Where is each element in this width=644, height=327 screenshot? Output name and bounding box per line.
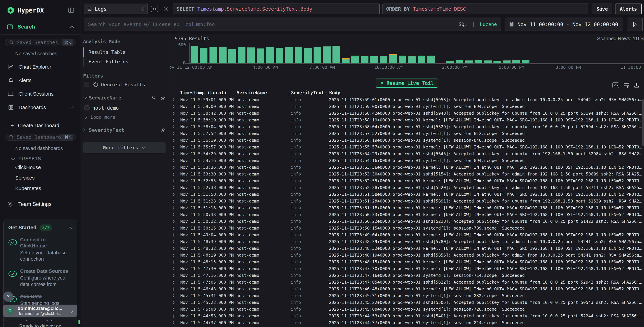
- source-select[interactable]: Logs: [84, 4, 148, 14]
- row-expand-icon[interactable]: ❯: [170, 280, 178, 284]
- table-row[interactable]: ❯Nov 11 5:54:29.000 PMhost-demoinfo2025-…: [170, 150, 644, 157]
- user-profile-chip[interactable]: D dominic.tran@clic... dominic.tran@clic…: [4, 305, 77, 317]
- col-severitytext[interactable]: SeverityText: [288, 90, 326, 95]
- facet-severitytext[interactable]: SeverityText: [83, 127, 166, 133]
- table-row[interactable]: ❯Nov 11 5:46:48.000 PMhost-demoinfo2025-…: [170, 286, 644, 292]
- sidebar-item-dashboards[interactable]: Dashboards: [0, 101, 80, 114]
- orderby-input[interactable]: ORDER BY TimestampTime DESC: [382, 4, 589, 14]
- row-expand-icon[interactable]: ❯: [170, 185, 178, 190]
- denoise-checkbox[interactable]: [84, 82, 89, 87]
- table-row[interactable]: ❯Nov 11 5:57:52.000 PMhost-demoinfo2025-…: [170, 130, 644, 137]
- table-row[interactable]: ❯Nov 11 5:51:18.000 PMhost-demoinfo2025-…: [170, 204, 644, 211]
- help-button[interactable]: ?: [3, 292, 13, 302]
- table-row[interactable]: ❯Nov 11 5:47:05.000 PMhost-demoinfo2025-…: [170, 279, 644, 286]
- table-row[interactable]: ❯Nov 11 5:52:55.000 PMhost-demoinfo2025-…: [170, 177, 644, 184]
- code-view-button[interactable]: <>: [150, 5, 159, 13]
- table-row[interactable]: ❯Nov 11 5:48:15.000 PMhost-demoinfo2025-…: [170, 258, 644, 265]
- table-row[interactable]: ❯Nov 11 5:55:57.000 PMhost-demoinfo2025-…: [170, 144, 644, 150]
- histogram-bar[interactable]: [342, 60, 350, 63]
- row-expand-icon[interactable]: ❯: [170, 307, 178, 312]
- histogram-bar[interactable]: [418, 56, 426, 63]
- table-row[interactable]: ❯Nov 11 5:53:30.000 PMhost-demoinfo2025-…: [170, 170, 644, 177]
- run-query-button[interactable]: [627, 18, 643, 31]
- table-row[interactable]: ❯Nov 11 5:47:16.000 PMhost-demoinfo2025-…: [170, 272, 644, 279]
- get-started-step[interactable]: Create Data SourcesConfigure where your …: [8, 268, 72, 288]
- row-expand-icon[interactable]: ❯: [170, 118, 178, 122]
- sidebar-collapse-icon[interactable]: [68, 7, 74, 14]
- table-row[interactable]: ❯Nov 11 5:59:00.000 PMhost-demoinfo2025-…: [170, 103, 644, 110]
- row-expand-icon[interactable]: ❯: [170, 253, 178, 258]
- histogram-bar[interactable]: [361, 56, 368, 63]
- denoise-results-option[interactable]: Denoise Results: [84, 82, 166, 88]
- table-row[interactable]: ❯Nov 11 5:49:04.000 PMhost-demoinfo2025-…: [170, 232, 644, 238]
- lucene-toggle[interactable]: Lucene: [480, 22, 497, 27]
- histogram-bar[interactable]: [285, 47, 293, 63]
- pin-icon[interactable]: [160, 95, 166, 100]
- facet-value-host-demo[interactable]: host-demo: [84, 105, 166, 111]
- row-expand-icon[interactable]: ❯: [170, 104, 178, 109]
- table-row[interactable]: ❯Nov 11 5:50:22.000 PMhost-demoinfo2025-…: [170, 218, 644, 225]
- row-expand-icon[interactable]: ❯: [170, 172, 178, 176]
- table-row[interactable]: ❯Nov 11 5:58:04.000 PMhost-demoinfo2025-…: [170, 123, 644, 130]
- deploy-banner[interactable]: Ready to deploy on: [4, 320, 77, 327]
- row-expand-icon[interactable]: ❯: [170, 266, 178, 271]
- histogram-bar[interactable]: [456, 60, 463, 63]
- table-row[interactable]: ❯Nov 11 5:52:38.000 PMhost-demoinfo2025-…: [170, 184, 644, 191]
- histogram-bar[interactable]: [408, 56, 416, 63]
- saved-searches-input[interactable]: Saved Searches ⌘K: [5, 39, 76, 46]
- row-expand-icon[interactable]: ❯: [170, 226, 178, 230]
- host-demo-checkbox[interactable]: [84, 106, 90, 110]
- histogram-bar[interactable]: [219, 47, 226, 63]
- resume-live-tail-button[interactable]: Resume Live Tail: [376, 78, 438, 88]
- histogram-bar[interactable]: [247, 48, 255, 63]
- table-row[interactable]: ❯Nov 11 5:59:01.000 PMhost-demoinfo2025-…: [170, 96, 644, 103]
- histogram-bar[interactable]: [465, 60, 473, 63]
- row-expand-icon[interactable]: ❯: [170, 239, 178, 244]
- preset-clickhouse[interactable]: ClickHouse: [0, 162, 80, 172]
- col-timestamp[interactable]: Timestamp (Local): [178, 90, 234, 95]
- histogram-bar[interactable]: [389, 56, 397, 63]
- histogram-bar[interactable]: [370, 56, 378, 63]
- table-row[interactable]: ❯Nov 11 5:54:16.000 PMhost-demoinfo2025-…: [170, 157, 644, 164]
- more-filters-button[interactable]: More filters: [83, 142, 166, 153]
- table-row[interactable]: ❯Nov 11 5:44:53.000 PMhost-demoinfo2025-…: [170, 312, 644, 319]
- histogram-bar[interactable]: [266, 47, 274, 63]
- histogram-bar[interactable]: [314, 47, 321, 63]
- histogram-bar[interactable]: [484, 60, 492, 63]
- table-row[interactable]: ❯Nov 11 5:44:37.000 PMhost-demoinfo2025-…: [170, 319, 644, 326]
- row-expand-icon[interactable]: ❯: [170, 151, 178, 156]
- events-histogram[interactable]: 600 0 Nov 11 12:00:00 AM4:00:00 AM7:00:0…: [175, 43, 644, 70]
- row-expand-icon[interactable]: ❯: [170, 199, 178, 203]
- row-expand-icon[interactable]: ❯: [170, 124, 178, 129]
- table-scrollbar[interactable]: [642, 99, 644, 146]
- histogram-bar[interactable]: [257, 48, 264, 63]
- table-row[interactable]: ❯Nov 11 5:50:33.000 PMhost-demoinfo2025-…: [170, 211, 644, 218]
- table-row[interactable]: ❯Nov 11 5:45:31.000 PMhost-demoinfo2025-…: [170, 292, 644, 299]
- row-expand-icon[interactable]: ❯: [170, 206, 178, 210]
- table-row[interactable]: ❯Nov 11 5:48:39.000 PMhost-demoinfo2025-…: [170, 238, 644, 245]
- histogram-bar[interactable]: [503, 60, 510, 63]
- histogram-bar[interactable]: [238, 47, 246, 63]
- row-expand-icon[interactable]: ❯: [170, 293, 178, 298]
- table-row[interactable]: ❯Nov 11 5:56:19.000 PMhost-demoinfo2025-…: [170, 137, 644, 144]
- sidebar-item-search[interactable]: Search: [0, 19, 80, 35]
- table-row[interactable]: ❯Nov 11 5:53:36.000 PMhost-demoinfo2025-…: [170, 164, 644, 170]
- preset-kubernetes[interactable]: Kubernetes: [0, 183, 80, 194]
- facet-servicename[interactable]: ServiceName: [83, 95, 166, 101]
- histogram-bar[interactable]: [380, 56, 388, 63]
- histogram-bar[interactable]: [512, 60, 520, 63]
- sql-toggle[interactable]: SQL: [459, 22, 467, 27]
- wrap-lines-icon[interactable]: [624, 83, 630, 88]
- code-icon[interactable]: <>: [612, 82, 620, 88]
- sidebar-item-chart-explorer[interactable]: Chart Explorer: [0, 60, 80, 74]
- table-row[interactable]: ❯Nov 11 5:47:30.000 PMhost-demoinfo2025-…: [170, 265, 644, 272]
- row-expand-icon[interactable]: ❯: [170, 144, 178, 149]
- save-button[interactable]: Save: [592, 4, 612, 14]
- histogram-bar[interactable]: [228, 49, 236, 63]
- histogram-bar[interactable]: [304, 48, 312, 63]
- query-settings-button[interactable]: [162, 5, 170, 13]
- table-row[interactable]: ❯Nov 11 5:48:32.000 PMhost-demoinfo2025-…: [170, 245, 644, 252]
- facet-search-icon[interactable]: [152, 95, 157, 100]
- table-row[interactable]: ❯Nov 11 5:48:19.000 PMhost-demoinfo2025-…: [170, 252, 644, 258]
- table-row[interactable]: ❯Nov 11 5:51:58.000 PMhost-demoinfo2025-…: [170, 191, 644, 198]
